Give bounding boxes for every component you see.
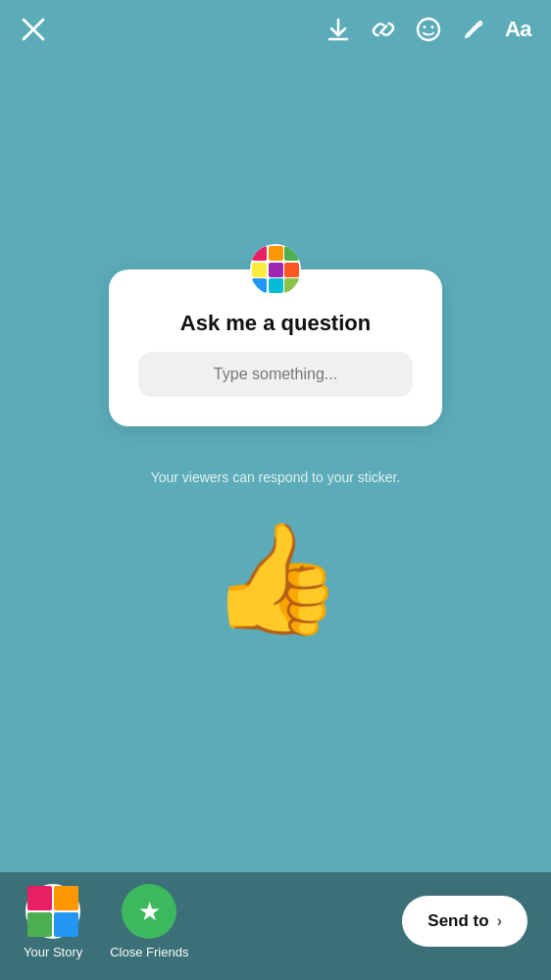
chevron-right-icon: › [497,912,502,930]
grid-cell-2 [269,246,283,261]
download-button[interactable] [325,16,352,43]
sticker-title: Ask me a question [180,311,371,336]
svg-point-4 [423,25,426,28]
link-button[interactable] [370,16,397,43]
question-sticker-card: Ask me a question [109,270,442,426]
close-button[interactable] [20,16,47,43]
story-cell-2 [54,886,78,910]
your-story-label: Your Story [24,945,82,959]
story-cell-4 [54,912,78,937]
sticker-icon-wrapper [250,244,301,295]
toolbar: Aa [0,0,551,59]
main-content: Ask me a question Your viewers can respo… [0,0,551,980]
draw-button[interactable] [460,16,487,43]
bottom-actions: Your Story ★ Close Friends [24,884,188,959]
grid-cell-7 [252,278,267,293]
link-icon [370,16,397,43]
close-friends-button[interactable]: ★ Close Friends [110,884,188,959]
your-story-button[interactable]: Your Story [24,884,82,959]
bottom-bar: Your Story ★ Close Friends Send to › [0,872,551,980]
text-label: Aa [505,17,531,42]
color-grid-icon [250,244,301,295]
grid-cell-4 [252,263,267,277]
star-icon: ★ [138,899,161,924]
thumbs-up-emoji: 👍 [209,524,343,632]
send-to-button[interactable]: Send to › [402,896,527,947]
sticker-input[interactable] [138,352,413,397]
sticker-icon [415,16,442,43]
grid-cell-6 [284,263,299,277]
grid-cell-1 [252,246,267,261]
grid-cell-3 [284,246,299,261]
toolbar-right: Aa [325,16,531,43]
sticker-button[interactable] [415,16,442,43]
sticker-hint: Your viewers can respond to your sticker… [151,469,401,485]
grid-cell-9 [284,278,299,293]
close-friends-icon: ★ [122,884,176,939]
story-cell-1 [27,886,52,910]
svg-point-3 [418,19,439,40]
text-button[interactable]: Aa [505,17,531,42]
draw-icon [460,16,487,43]
story-cell-3 [27,912,52,937]
your-story-icon [25,884,80,939]
close-icon [20,16,47,43]
grid-cell-5 [269,263,283,277]
send-to-label: Send to [427,911,488,931]
svg-point-5 [430,25,433,28]
close-friends-label: Close Friends [110,945,188,959]
download-icon [325,16,352,43]
grid-cell-8 [269,278,283,293]
